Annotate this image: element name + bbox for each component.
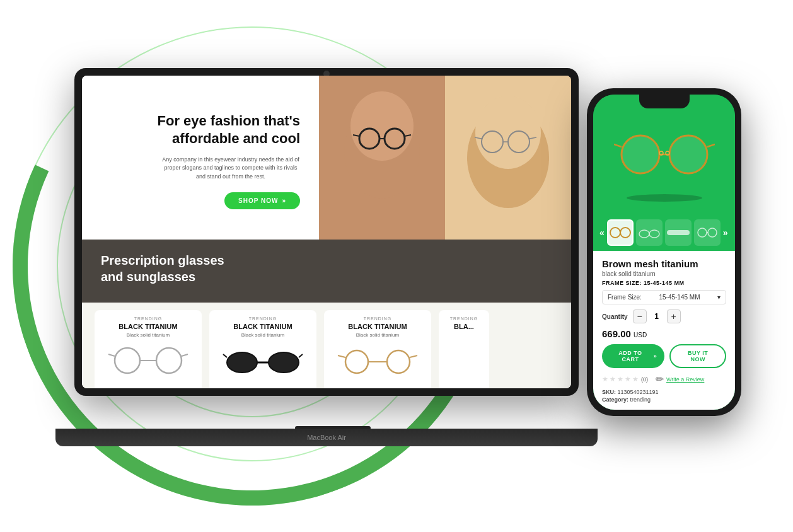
svg-line-30 xyxy=(410,356,417,357)
svg-line-34 xyxy=(614,144,622,147)
svg-point-39 xyxy=(620,228,630,238)
svg-line-20 xyxy=(182,354,188,356)
hero-title: For eye fashion that'saffordable and coo… xyxy=(158,112,301,148)
glasses-shadow xyxy=(627,194,702,202)
product-trending-1: TRENDING xyxy=(134,316,163,321)
dark-section-title: Prescription glassesand sunglasses xyxy=(101,252,552,285)
product-card-3: TRENDING BLACK TITANIUM Black solid tita… xyxy=(324,310,431,388)
thumbnail-4[interactable] xyxy=(694,219,721,246)
star-4: ★ xyxy=(625,375,631,383)
phone-actions: ADD TO CART » BUY IT NOW xyxy=(602,344,726,368)
svg-line-19 xyxy=(108,354,115,356)
frame-size-select[interactable]: Frame Size: 15-45-145 MM ▾ xyxy=(602,290,726,304)
quantity-control: Quantity − 1 + xyxy=(602,309,726,323)
phone-main-glasses xyxy=(614,128,715,181)
star-rating: ★ ★ ★ ★ ★ xyxy=(602,375,639,383)
laptop-device: For eye fashion that'saffordable and coo… xyxy=(74,68,591,446)
product-desc-1: Black solid titanium xyxy=(127,332,170,338)
product-card-2: TRENDING BLACK TITANIUM Black solid tita… xyxy=(209,310,316,388)
svg-point-32 xyxy=(669,136,707,173)
svg-point-45 xyxy=(708,228,717,237)
quantity-increase-button[interactable]: + xyxy=(667,309,681,323)
svg-point-17 xyxy=(156,348,182,373)
phone-product-image xyxy=(593,95,735,214)
add-to-cart-chevron-icon: » xyxy=(654,353,657,359)
phone-device: « xyxy=(587,88,741,416)
product-glasses-1 xyxy=(101,342,195,379)
product-name-2: BLACK TITANIUM xyxy=(233,323,292,330)
website-dark-section: Prescription glassesand sunglasses xyxy=(82,240,571,303)
hero-woman-image xyxy=(445,76,571,240)
svg-point-16 xyxy=(115,348,140,373)
phone-rating: ★ ★ ★ ★ ★ (0) ✏ Write a Review xyxy=(602,373,726,385)
shop-now-button[interactable]: SHOP NOW » xyxy=(224,192,300,209)
phone-product-title: Brown mesh titanium xyxy=(602,258,726,269)
star-3: ★ xyxy=(617,375,623,383)
phone-category: Category: trending xyxy=(602,396,726,403)
laptop-base: MacBook Air xyxy=(55,429,598,446)
product-card-4: TRENDING BLA... xyxy=(439,310,489,388)
quantity-value: 1 xyxy=(652,312,662,321)
rating-count: (0) xyxy=(641,376,648,383)
website-hero: For eye fashion that'saffordable and coo… xyxy=(82,76,571,240)
svg-point-26 xyxy=(345,350,368,373)
svg-point-21 xyxy=(227,352,257,373)
svg-line-29 xyxy=(338,356,345,357)
phone-sku: SKU: 1130540231191 xyxy=(602,389,726,395)
product-name-4: BLA... xyxy=(454,323,474,330)
write-review-link[interactable]: Write a Review xyxy=(666,376,704,383)
phone-thumbnails: « xyxy=(593,214,735,251)
star-5: ★ xyxy=(632,375,639,383)
thumbnails-next-button[interactable]: » xyxy=(723,228,728,238)
phone-frame-size-label: FRAME SIZE: 15-45-145 MM xyxy=(602,280,726,286)
phone-screen: « xyxy=(593,95,735,410)
hero-subtitle: Any company in this eyewear industry nee… xyxy=(161,156,300,182)
svg-point-44 xyxy=(698,228,707,237)
laptop-brand-label: MacBook Air xyxy=(307,434,346,441)
phone-product-subtitle: black solid titanium xyxy=(602,270,726,277)
product-name-1: BLACK TITANIUM xyxy=(119,323,177,330)
svg-line-25 xyxy=(299,354,303,357)
svg-line-24 xyxy=(223,354,227,357)
svg-point-2 xyxy=(350,91,414,161)
phone-product-details: Brown mesh titanium black solid titanium… xyxy=(593,251,735,410)
product-glasses-2 xyxy=(216,342,310,379)
product-trending-3: TRENDING xyxy=(364,316,392,321)
quantity-label: Quantity xyxy=(602,313,628,320)
phone-outer: « xyxy=(587,88,741,416)
phone-price: 669.00 USD xyxy=(602,328,726,339)
star-2: ★ xyxy=(610,375,616,383)
svg-point-31 xyxy=(622,136,659,173)
sku-label: SKU: xyxy=(602,389,616,395)
product-card-1: TRENDING BLACK TITANIUM Black solid tita… xyxy=(95,310,202,388)
product-desc-3: Black solid titanium xyxy=(356,332,399,338)
add-to-cart-button[interactable]: ADD TO CART » xyxy=(602,344,664,368)
svg-point-41 xyxy=(639,230,649,238)
frame-size-select-value: 15-45-145 MM xyxy=(659,294,700,301)
thumbnails-prev-button[interactable]: « xyxy=(599,228,605,238)
thumbnail-2[interactable] xyxy=(636,219,663,246)
quantity-decrease-button[interactable]: − xyxy=(633,309,647,323)
laptop-screen-outer: For eye fashion that'saffordable and coo… xyxy=(74,68,579,396)
product-desc-2: Black solid titanium xyxy=(241,332,284,338)
product-glasses-3 xyxy=(330,342,425,379)
svg-point-42 xyxy=(649,230,659,238)
hero-man-image xyxy=(319,76,445,240)
buy-now-button[interactable]: BUY IT NOW xyxy=(669,344,726,368)
laptop-screen: For eye fashion that'saffordable and coo… xyxy=(82,76,571,388)
product-name-3: BLACK TITANIUM xyxy=(348,323,407,330)
thumbnail-3[interactable] xyxy=(665,219,692,246)
svg-point-22 xyxy=(269,352,299,373)
svg-point-38 xyxy=(610,228,620,238)
svg-line-35 xyxy=(707,144,715,147)
hero-text: For eye fashion that'saffordable and coo… xyxy=(82,76,319,240)
thumbnail-1-active[interactable] xyxy=(607,219,634,246)
hero-images xyxy=(319,76,571,240)
star-1: ★ xyxy=(602,375,608,383)
pencil-icon: ✏ xyxy=(656,373,664,385)
phone-notch xyxy=(639,95,690,108)
product-trending-4: TRENDING xyxy=(450,316,478,321)
website-products: TRENDING BLACK TITANIUM Black solid tita… xyxy=(82,303,571,388)
svg-point-27 xyxy=(387,350,410,373)
svg-point-10 xyxy=(475,96,541,169)
